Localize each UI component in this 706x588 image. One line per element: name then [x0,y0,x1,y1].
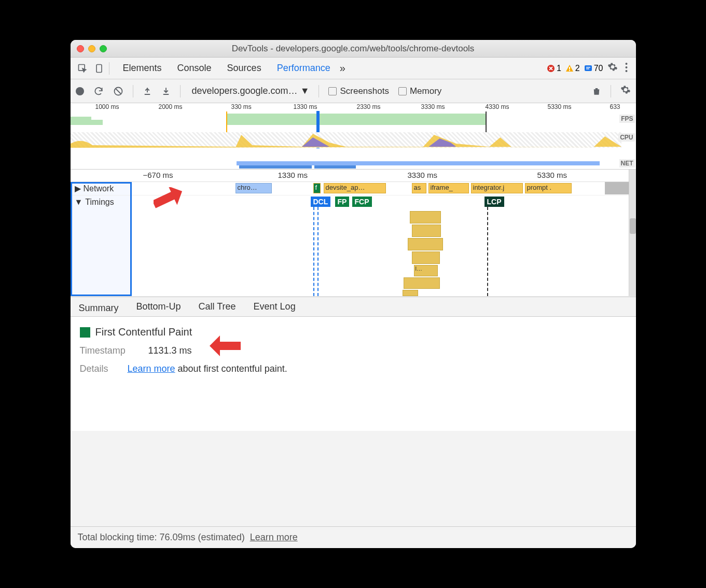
disclosure-right-icon: ▶ [75,184,81,193]
fcp-marker[interactable]: FCP [352,197,372,207]
capture-settings-gear-icon[interactable] [620,85,631,97]
svg-rect-1 [96,64,102,72]
network-track-header[interactable]: ▶ Network [71,182,132,195]
minimize-window-button[interactable] [88,45,95,52]
error-icon [547,64,555,73]
long-task[interactable] [412,251,440,264]
tab-event-log[interactable]: Event Log [253,298,297,315]
net-lane-label: NET [619,159,635,167]
network-request[interactable]: integrator.j [471,183,523,193]
long-task[interactable] [408,238,443,250]
timings-track-header[interactable]: ▼ Timings [71,195,132,296]
inspect-element-icon[interactable] [76,62,89,75]
ruler-tick: 1330 ms [278,171,308,179]
network-request[interactable]: as [412,183,426,193]
error-count: 1 [557,64,561,73]
long-task[interactable] [404,277,440,289]
long-task[interactable] [403,290,418,296]
tab-elements[interactable]: Elements [122,59,163,78]
network-request[interactable]: chro… [236,183,272,193]
tab-list: Elements Console Sources Performance [122,59,331,78]
svg-rect-7 [586,68,589,69]
lcp-marker[interactable]: LCP [484,197,504,207]
record-button[interactable] [76,87,84,95]
ov-tick: 2330 ms [357,103,381,110]
details-label: Details [80,363,116,374]
svg-rect-4 [569,70,570,71]
timings-track-content: DCL FP FCP LCP l… [132,195,636,296]
info-badge[interactable]: 70 [584,64,603,73]
recording-name: developers.google.com… [192,86,298,96]
vertical-scrollbar[interactable] [629,182,636,296]
screenshots-checkbox[interactable]: Screenshots [328,86,389,96]
checkbox-icon [398,87,407,95]
devtools-window: DevTools - developers.google.com/web/too… [71,40,636,548]
kebab-menu-icon[interactable] [622,63,631,74]
svg-rect-5 [585,65,592,71]
warning-badge[interactable]: 2 [565,64,580,73]
learn-more-link[interactable]: Learn more [128,363,175,374]
network-request[interactable]: devsite_ap… [324,183,386,193]
reload-record-button[interactable] [93,86,104,96]
paint-swatch-icon [80,327,90,338]
issues-group: 1 2 70 [547,62,631,75]
fp-line [317,207,319,296]
ruler-tick: 3330 ms [408,171,438,179]
overview-fps-lane [71,114,621,125]
tab-console[interactable]: Console [176,59,213,78]
tab-call-tree[interactable]: Call Tree [198,298,237,315]
ov-tick: 633 [610,103,620,110]
ov-tick: 1000 ms [95,103,119,110]
clear-button[interactable] [113,86,123,96]
network-track-label: Network [84,184,114,193]
footer-learn-more-link[interactable]: Learn more [250,532,298,543]
memory-checkbox[interactable]: Memory [398,86,441,96]
horizontal-scrollbar[interactable] [629,170,636,182]
dcl-marker[interactable]: DCL [311,197,331,207]
tab-summary[interactable]: Summary [78,300,120,318]
network-request[interactable]: f [313,183,321,193]
info-count: 70 [594,64,603,73]
error-badge[interactable]: 1 [547,64,561,73]
network-request[interactable]: iframe_ [428,183,469,193]
more-tabs-chevron-icon[interactable]: » [340,62,345,74]
ov-tick: 4330 ms [486,103,509,110]
tracks-area[interactable]: ▶ Network chro… f devsite_ap… as iframe_… [71,182,636,297]
ov-tick: 2000 ms [159,103,183,110]
tab-sources[interactable]: Sources [226,59,262,78]
recording-selector[interactable]: developers.google.com… ▼ [192,86,310,96]
traffic-lights [77,45,107,52]
timeline-overview[interactable]: 1000 ms 2000 ms 330 ms 1330 ms 2330 ms 3… [71,103,636,170]
save-profile-icon[interactable] [161,86,171,96]
memory-label: Memory [410,86,441,96]
ov-tick: 3330 ms [421,103,445,110]
svg-rect-6 [586,67,590,68]
warning-count: 2 [575,64,580,73]
garbage-collect-icon[interactable] [592,86,601,96]
metric-title: First Contentful Paint [95,326,192,338]
settings-gear-icon[interactable] [607,62,618,75]
svg-rect-3 [569,67,570,69]
long-task[interactable]: l… [414,265,438,276]
details-row: Details Learn more about first contentfu… [80,363,627,374]
long-task[interactable] [412,225,441,237]
flame-ruler[interactable]: −670 ms 1330 ms 3330 ms 5330 ms [71,170,636,182]
network-track-content: chro… f devsite_ap… as iframe_ integrato… [132,182,636,194]
load-profile-icon[interactable] [143,86,152,96]
device-toggle-icon[interactable] [92,62,106,75]
panel-tabs: Elements Console Sources Performance » 1… [71,58,636,79]
svg-point-10 [625,70,627,72]
timestamp-value: 1131.3 ms [148,345,192,356]
details-text: about first contentful paint. [178,363,287,374]
network-request[interactable]: prompt . [525,183,572,193]
footer-bar: Total blocking time: 76.09ms (estimated)… [71,526,636,548]
zoom-window-button[interactable] [100,45,107,52]
tab-bottom-up[interactable]: Bottom-Up [135,298,182,315]
window-title: DevTools - developers.google.com/web/too… [77,44,630,54]
fp-marker[interactable]: FP [335,197,350,207]
long-task[interactable] [410,211,441,223]
details-tabs: Summary Bottom-Up Call Tree Event Log [71,297,636,317]
disclosure-down-icon: ▼ [75,198,83,207]
checkbox-icon [328,87,337,95]
close-window-button[interactable] [77,45,84,52]
